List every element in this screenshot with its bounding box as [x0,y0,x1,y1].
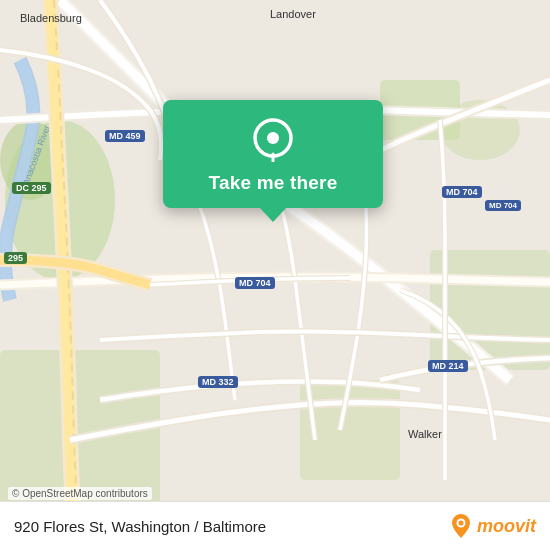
svg-point-9 [267,132,279,144]
moovit-logo: moovit [450,512,536,540]
moovit-logo-text: moovit [477,516,536,537]
map-svg [0,0,550,550]
svg-point-11 [458,521,463,526]
take-me-there-button[interactable]: Take me there [209,172,338,194]
location-pin-icon [251,118,295,162]
moovit-pin-icon [450,512,472,540]
bottom-bar: 920 Flores St, Washington / Baltimore mo… [0,501,550,550]
osm-attribution: © OpenStreetMap contributors [8,487,152,500]
map-container: Bladensburg Landover Walker Anacostia Ri… [0,0,550,550]
popup-card[interactable]: Take me there [163,100,383,208]
address-text: 920 Flores St, Washington / Baltimore [14,518,266,535]
